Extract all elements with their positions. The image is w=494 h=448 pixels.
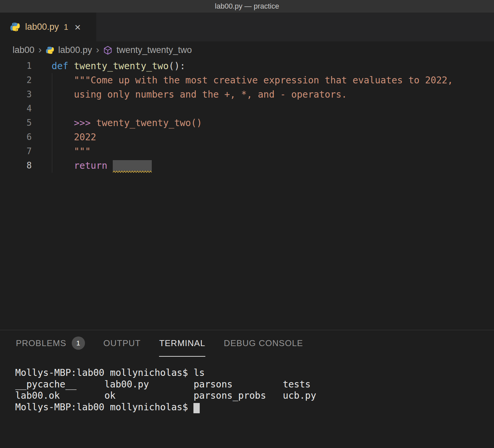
title-bar: lab00.py — practice	[0, 0, 494, 13]
line-number: 4	[0, 102, 32, 116]
terminal-line: Mollys-MBP:lab00 mollynicholas$ ls	[15, 367, 494, 379]
terminal-line: lab00.ok ok parsons_probs ucb.py	[15, 390, 494, 402]
close-icon[interactable]: ×	[74, 22, 81, 32]
tab-label: lab00.py	[25, 22, 59, 32]
tab-problems[interactable]: PROBLEMS 1	[16, 330, 85, 357]
code-line[interactable]: 1def twenty_twenty_two():	[0, 59, 494, 73]
code-line[interactable]: 8 return	[0, 158, 494, 173]
chevron-right-icon: ›	[96, 45, 99, 55]
code-line[interactable]: 6 2022	[0, 130, 494, 144]
line-number: 8	[0, 158, 32, 173]
editor[interactable]: 1def twenty_twenty_two():2 """Come up wi…	[0, 59, 494, 330]
breadcrumb-folder[interactable]: lab00	[13, 45, 34, 55]
code-line[interactable]: 5 >>> twenty_twenty_two()	[0, 116, 494, 130]
code-line[interactable]: 3 using only numbers and the +, *, and -…	[0, 87, 494, 102]
chevron-right-icon: ›	[38, 45, 42, 55]
symbol-cube-icon	[103, 46, 112, 55]
line-number: 2	[0, 73, 32, 87]
window-title: lab00.py — practice	[215, 2, 279, 11]
tab-debug-console-label: DEBUG CONSOLE	[224, 338, 303, 348]
code-line[interactable]: 7 """	[0, 144, 494, 158]
line-number: 3	[0, 87, 32, 102]
line-number: 5	[0, 116, 32, 130]
tab-output[interactable]: OUTPUT	[103, 330, 141, 357]
breadcrumb-file[interactable]: lab00.py	[58, 45, 92, 55]
code-text: """Come up with the most creative expres…	[32, 73, 453, 87]
tab-problem-count: 1	[64, 22, 68, 32]
tab-debug-console[interactable]: DEBUG CONSOLE	[224, 330, 303, 357]
indent-guide	[52, 73, 52, 173]
code-text: return	[32, 158, 152, 173]
code-text: 2022	[32, 130, 96, 144]
tab-terminal[interactable]: TERMINAL	[159, 330, 205, 357]
tab-problems-label: PROBLEMS	[16, 338, 66, 348]
code-line[interactable]: 4	[0, 102, 494, 116]
breadcrumb: lab00 › lab00.py › twenty_twenty_two	[0, 41, 494, 59]
tab-output-label: OUTPUT	[103, 338, 141, 348]
warning-squiggle	[113, 170, 152, 173]
editor-lines: 1def twenty_twenty_two():2 """Come up wi…	[0, 59, 494, 173]
terminal-line: __pycache__ lab00.py parsons tests	[15, 379, 494, 390]
terminal[interactable]: Mollys-MBP:lab00 mollynicholas$ ls__pyca…	[0, 367, 494, 413]
line-number: 6	[0, 130, 32, 144]
python-icon	[10, 22, 20, 32]
breadcrumb-symbol[interactable]: twenty_twenty_two	[116, 45, 192, 55]
terminal-cursor	[193, 403, 200, 413]
problems-badge: 1	[72, 336, 85, 350]
line-number: 7	[0, 144, 32, 158]
tab-terminal-label: TERMINAL	[159, 338, 205, 348]
tab-lab00py[interactable]: lab00.py 1 ×	[0, 13, 96, 41]
tab-bar: lab00.py 1 ×	[0, 13, 494, 41]
python-icon	[46, 46, 54, 55]
panel-tab-bar: PROBLEMS 1 OUTPUT TERMINAL DEBUG CONSOLE	[0, 330, 494, 357]
code-text: """	[32, 144, 91, 158]
terminal-line: Mollys-MBP:lab00 mollynicholas$	[15, 402, 494, 413]
code-line[interactable]: 2 """Come up with the most creative expr…	[0, 73, 494, 87]
code-text: >>> twenty_twenty_two()	[32, 116, 202, 130]
code-text: def twenty_twenty_two():	[32, 59, 185, 73]
line-number: 1	[0, 59, 32, 73]
code-text: using only numbers and the +, *, and - o…	[32, 87, 347, 102]
snippet-placeholder-box[interactable]	[113, 160, 152, 171]
bottom-panel: PROBLEMS 1 OUTPUT TERMINAL DEBUG CONSOLE…	[0, 330, 494, 448]
code-text	[32, 102, 52, 116]
